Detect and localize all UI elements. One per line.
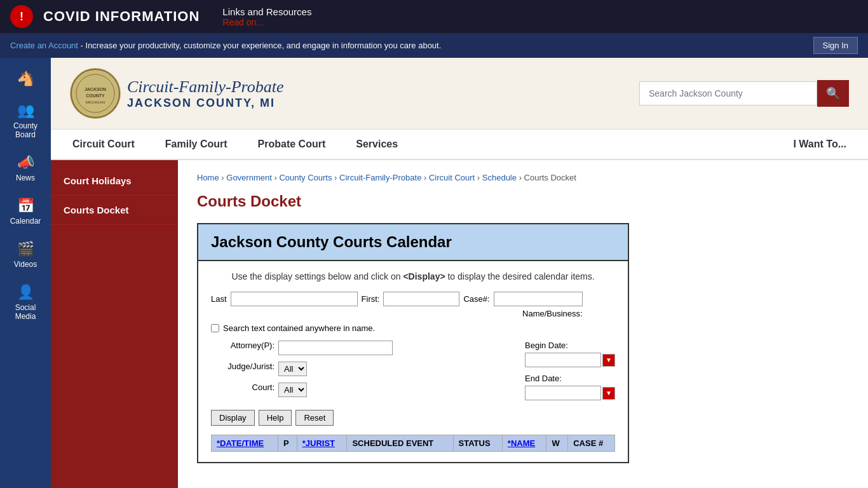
end-date-group: End Date: ▼: [525, 374, 615, 400]
sidebar-item-courts-docket[interactable]: Courts Docket: [51, 196, 178, 225]
header: JACKSON COUNTY MICHIGAN Circuit-Family-P…: [51, 58, 868, 130]
content-area: JACKSON COUNTY MICHIGAN Circuit-Family-P…: [51, 58, 868, 488]
sidebar-item-label: County Board: [13, 121, 37, 139]
sidebar-item-calendar[interactable]: 📅 Calendar: [0, 191, 51, 232]
main-content: Home › Government › County Courts › Circ…: [178, 160, 868, 488]
logo-seal: JACKSON COUNTY MICHIGAN: [70, 68, 121, 119]
col-jurist-link[interactable]: *JURIST: [302, 438, 335, 448]
judge-select[interactable]: All: [278, 362, 307, 376]
form-left: Attorney(P): Judge/Jurist: All: [211, 341, 506, 403]
account-bar-text: Create an Account - Increase your produc…: [10, 41, 441, 50]
reset-button[interactable]: Reset: [295, 410, 334, 426]
news-icon: 📣: [17, 154, 34, 171]
attorney-label: Attorney(P):: [211, 341, 275, 350]
col-w: W: [546, 435, 568, 452]
sidebar-item-logo[interactable]: 🐴: [0, 64, 51, 93]
nav-family-court[interactable]: Family Court: [163, 130, 230, 159]
covid-links: Links and Resources Read on...: [222, 6, 311, 27]
search-button[interactable]: 🔍: [817, 80, 849, 107]
begin-date-label: Begin Date:: [525, 341, 615, 350]
col-jurist: *JURIST: [297, 435, 347, 452]
covid-title: COVID INFORMATION: [43, 8, 200, 25]
sidebar-item-label: Social Media: [15, 303, 36, 321]
end-date-input[interactable]: [525, 386, 601, 400]
help-button[interactable]: Help: [259, 410, 292, 426]
sidebar-item-label: Calendar: [10, 217, 41, 226]
sidebar-item-videos[interactable]: 🎬 Videos: [0, 234, 51, 275]
col-case: CASE #: [568, 435, 615, 452]
signin-button[interactable]: Sign In: [813, 37, 858, 54]
sidebar-item-court-holidays[interactable]: Court Holidays: [51, 166, 178, 196]
nav-services[interactable]: Services: [353, 130, 400, 159]
breadcrumb-sep: ›: [424, 173, 429, 182]
last-label: Last: [211, 294, 227, 304]
breadcrumb-government[interactable]: Government: [226, 173, 272, 182]
first-label: First:: [362, 294, 380, 304]
sidebar-item-label: Videos: [14, 260, 37, 269]
calendar-container: Jackson County Courts Calendar Use the d…: [197, 223, 629, 463]
nav-circuit-court[interactable]: Circuit Court: [70, 130, 137, 159]
breadcrumb-sep: ›: [477, 173, 482, 182]
judge-group: Judge/Jurist: All: [211, 362, 506, 376]
court-select[interactable]: All: [278, 383, 307, 397]
nav-bar: Circuit Court Family Court Probate Court…: [51, 130, 868, 160]
col-name: *NAME: [502, 435, 546, 452]
case-label: Case#:: [463, 294, 489, 304]
search-text-label: Search text contained anywhere in name.: [223, 323, 375, 333]
breadcrumb-circuit-court[interactable]: Circuit Court: [429, 173, 475, 182]
svg-text:COUNTY: COUNTY: [86, 93, 105, 98]
begin-date-group: Begin Date: ▼: [525, 341, 615, 367]
secondary-sidebar: Court Holidays Courts Docket: [51, 160, 178, 488]
covid-links-title: Links and Resources: [222, 6, 311, 17]
create-account-link[interactable]: Create an Account: [10, 41, 78, 50]
covid-read-link[interactable]: Read on...: [222, 17, 311, 27]
end-date-label: End Date:: [525, 374, 615, 383]
breadcrumb-schedule[interactable]: Schedule: [482, 173, 517, 182]
begin-date-wrap: ▼: [525, 353, 615, 367]
breadcrumb-circuit-family-probate[interactable]: Circuit-Family-Probate: [339, 173, 421, 182]
table-header-row: *DATE/TIME P *JURIST SCHEDULED EVENT STA…: [212, 435, 615, 452]
logo-county: Jackson County, MI: [127, 97, 283, 110]
page-body: Court Holidays Courts Docket Home › Gove…: [51, 160, 868, 488]
page-title: Courts Docket: [197, 193, 849, 210]
col-datetime-link[interactable]: *DATE/TIME: [217, 438, 264, 448]
main-wrapper: 🐴 👥 County Board 📣 News 📅 Calendar 🎬 Vid…: [0, 58, 868, 488]
first-name-input[interactable]: [383, 292, 459, 306]
search-input[interactable]: [639, 81, 817, 105]
sidebar-item-label: News: [16, 173, 35, 182]
begin-date-calendar-icon[interactable]: ▼: [602, 354, 615, 367]
nav-probate-court[interactable]: Probate Court: [255, 130, 329, 159]
breadcrumb-home[interactable]: Home: [197, 173, 219, 182]
social-media-icon: 👤: [17, 284, 34, 301]
nav-i-want-to[interactable]: I Want To...: [790, 130, 849, 159]
search-text-checkbox[interactable]: [211, 324, 219, 332]
sidebar-item-county-board[interactable]: 👥 County Board: [0, 96, 51, 146]
case-number-input[interactable]: [494, 292, 583, 306]
sidebar-item-social-media[interactable]: 👤 Social Media: [0, 278, 51, 327]
court-label: Court:: [211, 383, 275, 392]
attorney-input[interactable]: [278, 341, 393, 355]
search-area: 🔍: [639, 80, 849, 107]
results-table: *DATE/TIME P *JURIST SCHEDULED EVENT STA…: [211, 435, 615, 452]
name-business-label: Name/Business:: [522, 309, 583, 318]
sidebar-item-news[interactable]: 📣 News: [0, 148, 51, 189]
col-scheduled-event: SCHEDULED EVENT: [347, 435, 453, 452]
breadcrumb-sep: ›: [519, 173, 524, 182]
svg-text:MICHIGAN: MICHIGAN: [86, 100, 105, 104]
form-right: Begin Date: ▼ End Date:: [525, 341, 615, 403]
breadcrumb-sep: ›: [334, 173, 339, 182]
col-p: P: [278, 435, 297, 452]
last-name-input[interactable]: [231, 292, 358, 306]
begin-date-input[interactable]: [525, 353, 601, 367]
form-buttons: Display Help Reset: [211, 410, 615, 426]
end-date-calendar-icon[interactable]: ▼: [602, 387, 615, 400]
breadcrumb-county-courts[interactable]: County Courts: [279, 173, 332, 182]
end-date-wrap: ▼: [525, 386, 615, 400]
col-name-link[interactable]: *NAME: [508, 438, 535, 448]
videos-icon: 🎬: [17, 241, 34, 257]
logo-area: JACKSON COUNTY MICHIGAN Circuit-Family-P…: [70, 68, 283, 119]
breadcrumb-current: Courts Docket: [524, 173, 576, 182]
calendar-icon: 📅: [17, 198, 34, 214]
display-button[interactable]: Display: [211, 410, 255, 426]
logo-text: Circuit-Family-Probate Jackson County, M…: [127, 78, 283, 110]
